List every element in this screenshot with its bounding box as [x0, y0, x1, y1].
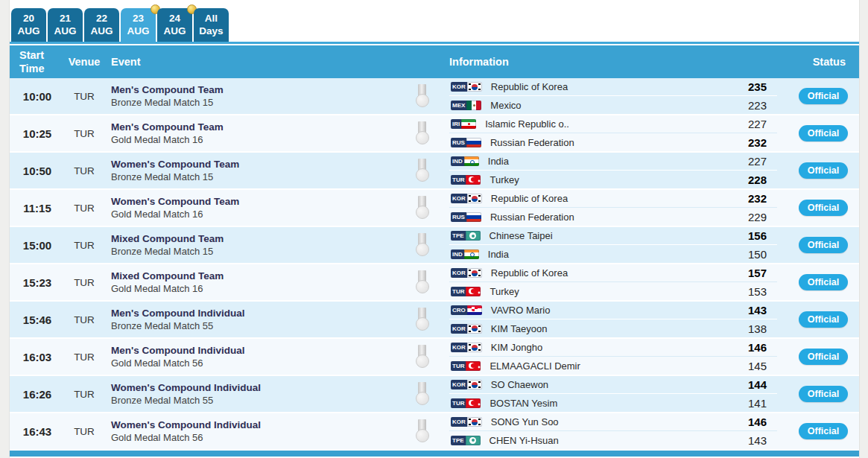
schedule-row: 16:26 TUR Women's Compound Individual Br… — [10, 376, 859, 412]
start-time: 15:46 — [10, 302, 65, 337]
medal-icon — [415, 382, 430, 406]
official-status-button[interactable]: Official — [799, 88, 848, 104]
match-info-cell: KOR Republic of Korea 232 RUS Russian Fe… — [449, 190, 777, 226]
status-cell: Official — [777, 153, 859, 188]
tab-20-aug[interactable]: 20 AUG — [11, 8, 46, 42]
tab-all-days[interactable]: All Days — [194, 8, 229, 42]
status-cell: Official — [777, 413, 859, 449]
official-status-button[interactable]: Official — [799, 311, 848, 328]
country-badge: TUR — [451, 175, 481, 185]
official-status-button[interactable]: Official — [799, 423, 848, 439]
official-status-button[interactable]: Official — [799, 274, 848, 290]
tab-24-aug[interactable]: 24 AUG — [157, 8, 192, 42]
match-info-cell: CRO VAVRO Mario 143 KOR KIM Taeyoon 138 — [449, 302, 777, 337]
status-cell: Official — [777, 190, 859, 226]
score: 146 — [748, 341, 777, 354]
venue-code: TUR — [65, 227, 104, 263]
medal-cell — [415, 153, 449, 188]
tur-flag-icon — [466, 175, 481, 185]
mex-flag-icon — [466, 101, 481, 110]
official-status-button[interactable]: Official — [799, 200, 848, 216]
table-header-row: Start Time Venue Event Information Statu… — [10, 45, 859, 78]
competitor-name: Republic of Korea — [491, 193, 568, 204]
ind-flag-icon — [464, 249, 479, 259]
noc-code: TUR — [451, 398, 466, 408]
medal-icon — [415, 345, 430, 369]
start-time: 10:50 — [10, 153, 65, 188]
competitor-name: CHEN Yi-Hsuan — [490, 435, 559, 446]
country-badge: IRI — [451, 119, 476, 129]
noc-code: TUR — [451, 175, 466, 185]
competitor-row: KOR SONG Yun Soo 146 — [449, 413, 777, 431]
start-time: 16:03 — [10, 339, 65, 375]
event-match-detail: Gold Medal Match 56 — [111, 357, 415, 369]
medal-icon — [415, 419, 430, 443]
country-badge: IND — [451, 156, 479, 166]
schedule-row: 10:00 TUR Men's Compound Team Bronze Med… — [10, 78, 859, 114]
noc-code: KOR — [451, 324, 467, 334]
noc-code: KOR — [451, 82, 467, 92]
competitor-row: IND India 227 — [449, 153, 777, 171]
noc-code: IND — [451, 249, 464, 259]
competitor-name: ELMAAGACLI Demir — [490, 360, 580, 372]
rus-flag-icon — [466, 212, 481, 222]
official-status-button[interactable]: Official — [799, 125, 848, 141]
schedule-results-panel: 20 AUG 21 AUG 22 AUG 23 AUG 24 AUG All D… — [9, 0, 860, 458]
score: 141 — [748, 397, 777, 410]
competitor-row: KOR Republic of Korea 232 — [449, 190, 777, 208]
tab-22-aug[interactable]: 22 AUG — [84, 8, 119, 42]
country-badge: KOR — [451, 343, 482, 352]
competitor-name: Russian Federation — [490, 137, 574, 148]
venue-code: TUR — [65, 190, 104, 226]
schedule-row: 15:46 TUR Men's Compound Individual Bron… — [10, 302, 859, 337]
score: 223 — [748, 99, 777, 112]
date-tab-bar: 20 AUG 21 AUG 22 AUG 23 AUG 24 AUG All D… — [10, 0, 859, 44]
score: 227 — [748, 155, 777, 168]
country-badge: KOR — [451, 268, 482, 278]
medal-cell — [415, 227, 449, 263]
competitor-name: Republic of Korea — [491, 267, 568, 279]
event-cell: Mixed Compound Team Bronze Medal Match 1… — [104, 227, 415, 263]
event-title: Men's Compound Individual — [111, 345, 415, 356]
competitor-name: Russian Federation — [490, 211, 574, 223]
bottom-bar — [10, 451, 859, 457]
kor-flag-icon — [467, 343, 482, 352]
medal-cell — [415, 264, 449, 300]
match-info-cell: KOR Republic of Korea 157 TUR Turkey 153 — [449, 264, 777, 300]
tab-day-label: 23 — [133, 13, 144, 25]
event-match-detail: Gold Medal Match 16 — [111, 209, 415, 220]
event-match-detail: Gold Medal Match 56 — [111, 432, 415, 443]
score: 146 — [748, 416, 777, 428]
tab-day-label: 21 — [60, 13, 71, 25]
event-title: Women's Compound Team — [111, 159, 415, 170]
country-badge: MEX — [451, 101, 481, 110]
start-time: 11:15 — [10, 190, 65, 226]
medal-icon — [415, 121, 430, 145]
competitor-row: TUR ELMAAGACLI Demir 145 — [449, 357, 777, 375]
competitor-row: IND India 150 — [449, 245, 777, 263]
official-status-button[interactable]: Official — [799, 349, 848, 365]
official-status-button[interactable]: Official — [799, 386, 848, 402]
official-status-button[interactable]: Official — [799, 237, 848, 253]
score: 153 — [748, 285, 777, 298]
competitor-name: KIM Taeyoon — [491, 323, 548, 334]
score: 138 — [748, 322, 777, 335]
tab-day-label: 24 — [169, 13, 180, 25]
header-venue: Venue — [65, 56, 104, 68]
tab-23-aug[interactable]: 23 AUG — [121, 8, 156, 42]
status-cell: Official — [777, 227, 859, 263]
medal-cell — [415, 376, 449, 412]
tab-month-label: AUG — [164, 25, 186, 37]
country-badge: KOR — [451, 417, 482, 427]
status-cell: Official — [777, 115, 859, 151]
iri-flag-icon — [461, 119, 476, 129]
official-status-button[interactable]: Official — [799, 162, 848, 179]
venue-code: TUR — [65, 153, 104, 188]
medal-icon — [415, 308, 430, 331]
noc-code: RUS — [451, 212, 466, 222]
noc-code: MEX — [451, 101, 466, 110]
tab-21-aug[interactable]: 21 AUG — [48, 8, 83, 42]
score: 232 — [748, 192, 777, 205]
noc-code: TUR — [451, 287, 466, 296]
country-badge: KOR — [451, 82, 482, 92]
